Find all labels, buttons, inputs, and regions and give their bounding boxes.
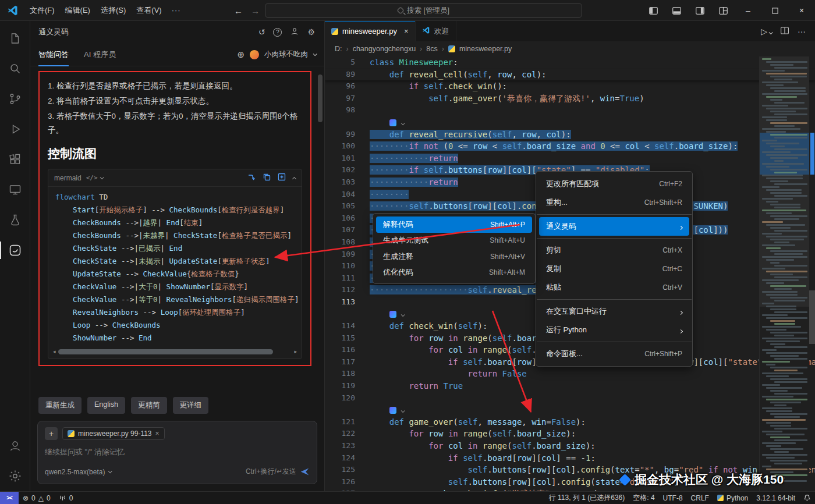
scrollbar-thumb[interactable] (809, 290, 815, 344)
sidebar-tab[interactable]: AI 程序员 (84, 43, 116, 66)
tongyi-inline-icon[interactable] (389, 407, 396, 414)
code-line[interactable]: 125 self.buttons[row][col].config(text="… (325, 464, 815, 476)
chip-close-icon[interactable]: × (155, 430, 160, 438)
context-menu-item[interactable]: 在交互窗口中运行 (539, 302, 689, 321)
maximize-button[interactable] (761, 0, 788, 21)
tongyi-menu-item[interactable]: 生成单元测试Shift+Alt+U (376, 233, 532, 249)
scroll-left-icon[interactable]: ◂ (53, 349, 56, 354)
help-icon[interactable]: ? (273, 28, 282, 37)
breadcrumb-item[interactable]: changyongchengxu (353, 45, 416, 53)
code-line[interactable]: 121 def game_over(self, message, win=Fal… (325, 416, 815, 428)
settings-gear-icon[interactable] (0, 461, 30, 491)
status-bar-item[interactable]: UTF-8 (659, 492, 687, 504)
code-line[interactable]: 100········if not (0 <= row < self.board… (325, 140, 815, 152)
status-bar-item[interactable]: CRLF (687, 492, 713, 504)
context-menu-item[interactable]: 命令面板...Ctrl+Shift+P (539, 345, 689, 363)
new-chat-icon[interactable]: ⊕ (237, 49, 245, 60)
code-line[interactable]: 127 messagebox.showinfo("游戏结束", message) (325, 488, 815, 491)
menubar-overflow[interactable]: ··· (167, 6, 186, 15)
code-line[interactable]: 120 (325, 392, 815, 404)
split-editor-icon[interactable] (781, 27, 789, 36)
notifications-bell-icon[interactable] (799, 492, 815, 504)
sidebar-scrollbar[interactable] (318, 74, 323, 122)
extensions-icon[interactable] (0, 144, 30, 175)
add-context-button[interactable]: + (45, 427, 58, 440)
code-line[interactable]: 118 return False (325, 368, 815, 380)
status-bar-item[interactable]: Python (713, 492, 752, 504)
status-bar-item[interactable]: 3.12.1 64-bit (752, 492, 799, 504)
history-icon[interactable]: ↺ (258, 27, 265, 37)
status-bar-item[interactable]: 空格: 4 (629, 492, 658, 504)
code-line[interactable]: 97 self.game_over('恭喜你，赢得了游戏!', win=True… (325, 93, 815, 105)
chevron-down-icon[interactable] (313, 52, 317, 56)
code-line[interactable]: 101············return (325, 152, 815, 165)
model-selector[interactable]: qwen2.5-max(beta) (45, 468, 105, 476)
user-menu[interactable]: 小肉球不吃肉 (264, 49, 308, 59)
preview-flow-icon[interactable] (247, 173, 256, 183)
search-sidebar-icon[interactable] (0, 54, 30, 84)
nav-back-icon[interactable]: ← (234, 6, 243, 16)
explorer-icon[interactable] (0, 23, 30, 54)
minimize-button[interactable]: – (735, 0, 761, 21)
chat-input-placeholder[interactable]: 继续提问或 "/" 清除记忆 (45, 447, 310, 457)
ai-hint-row[interactable] (325, 116, 815, 129)
chevron-down-icon[interactable] (401, 118, 404, 127)
answer-action-button[interactable]: 更精简 (131, 397, 167, 414)
code-line[interactable]: 126 self.buttons[row][col].config(state=… (325, 476, 815, 488)
code-line[interactable]: 122 for row in range(self.board_size): (325, 428, 815, 440)
toggle-panel-icon[interactable] (665, 0, 688, 21)
breadcrumb-item[interactable]: minesweeper.py (459, 45, 512, 53)
context-menu-item[interactable]: 重构...Ctrl+Shift+R (539, 193, 689, 212)
minimap[interactable] (759, 56, 809, 491)
titlebar-search[interactable]: 搜索 [管理员] (265, 3, 582, 18)
feedback-icon[interactable] (290, 27, 299, 38)
model-chevron-icon[interactable] (108, 469, 112, 473)
copy-icon[interactable] (263, 173, 271, 183)
chevron-down-icon[interactable] (401, 309, 404, 318)
editor-tab[interactable]: minesweeper.py× (325, 21, 416, 41)
toggle-sidebar-icon[interactable] (642, 0, 665, 21)
breadcrumb-item[interactable]: D: (335, 45, 342, 53)
breadcrumb-item[interactable]: 8cs (426, 45, 437, 53)
code-line[interactable]: 98 (325, 104, 815, 116)
remote-explorer-icon[interactable] (0, 175, 30, 205)
answer-action-button[interactable]: English (87, 397, 125, 414)
tongyi-menu-item[interactable]: 解释代码Shift+Alt+P (376, 216, 532, 233)
code-view-toggle[interactable]: </> (86, 174, 103, 182)
code-line[interactable]: 123 for col in range(self.board_size): (325, 440, 815, 452)
code-line[interactable]: 119 return True (325, 380, 815, 392)
menubar-item[interactable]: 查看(V) (131, 0, 166, 21)
context-menu-item[interactable]: 运行 Python (539, 321, 689, 339)
scroll-right-icon[interactable]: ▸ (294, 349, 297, 354)
close-button[interactable]: × (788, 0, 815, 21)
context-menu-item[interactable]: 复制Ctrl+C (539, 260, 689, 278)
context-menu-item[interactable]: 剪切Ctrl+X (539, 241, 689, 260)
context-menu-item[interactable]: 更改所有匹配项Ctrl+F2 (539, 175, 689, 193)
chevron-down-icon[interactable] (401, 405, 404, 414)
source-control-icon[interactable] (0, 84, 30, 114)
sidebar-tab[interactable]: 智能问答 (38, 43, 69, 66)
tongyi-menu-item[interactable]: 优化代码Shift+Alt+M (376, 265, 532, 281)
code-line[interactable]: 96 if self.check_win(): (325, 80, 815, 93)
remote-indicator[interactable]: >< (0, 492, 19, 504)
mermaid-source[interactable]: flowchart TD Start[开始揭示格子] --> CheckBoun… (48, 187, 302, 346)
tongyi-inline-icon[interactable] (389, 119, 396, 126)
tongyi-inline-icon[interactable] (389, 311, 396, 318)
testing-icon[interactable] (0, 205, 30, 235)
chat-input-box[interactable]: + minesweeper.py 99-113 × 继续提问或 "/" 清除记忆… (37, 421, 317, 484)
code-horizontal-scrollbar[interactable]: ◂ ▸ (53, 349, 297, 354)
menubar-item[interactable]: 选择(S) (95, 0, 131, 21)
send-icon[interactable] (300, 467, 310, 477)
tongyi-lingma-icon[interactable] (0, 235, 30, 265)
context-chip[interactable]: minesweeper.py 99-113 × (62, 427, 165, 440)
run-debug-icon[interactable] (0, 114, 30, 144)
menubar-item[interactable]: 文件(F) (24, 0, 60, 21)
code-line[interactable]: 124 if self.board[row][col] == -1: (325, 452, 815, 464)
answer-action-button[interactable]: 更详细 (173, 397, 209, 414)
tongyi-menu-item[interactable]: 生成注释Shift+Alt+V (376, 249, 532, 265)
tab-close-icon[interactable]: × (404, 27, 409, 36)
sidebar-settings-icon[interactable]: ⚙ (307, 27, 315, 37)
code-line[interactable]: 89 def reveal_cell(self, row, col): (325, 69, 815, 81)
customize-layout-icon[interactable] (711, 0, 735, 21)
ports-indicator[interactable]: 0 (55, 492, 77, 504)
